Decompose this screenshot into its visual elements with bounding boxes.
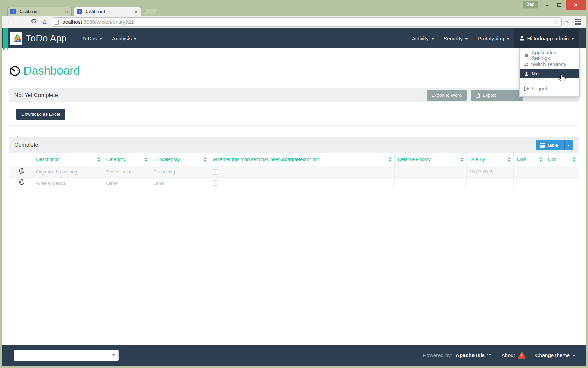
- column-due-by[interactable]: Due By: [467, 153, 514, 166]
- tab-close-icon[interactable]: ×: [64, 9, 69, 14]
- url-path: :8080/wicket/entity?21: [82, 19, 134, 25]
- cell-doc: [545, 166, 579, 177]
- panel-body: Download as Excel: [9, 102, 579, 125]
- menu-todos[interactable]: ToDos: [77, 28, 107, 48]
- file-icon: [476, 93, 480, 98]
- column-completed[interactable]: Whether this todo item has been complete…: [210, 153, 395, 166]
- cell-relative-priority: [395, 166, 467, 177]
- url-bar[interactable]: localhost:8080/wicket/entity?21 ☆: [52, 17, 562, 27]
- footer-select[interactable]: [14, 350, 119, 361]
- app-title: ToDo App: [26, 33, 67, 44]
- browser-tab-inactive[interactable]: f Dashboard ×: [7, 7, 72, 16]
- window-close-button[interactable]: ×: [566, 0, 586, 10]
- menu-prototyping[interactable]: Prototyping: [473, 28, 514, 48]
- complete-table: Description Category Subcategory Whether…: [9, 153, 579, 189]
- window-maximize-button[interactable]: [553, 0, 565, 10]
- cell-completed: ✓: [210, 166, 395, 177]
- home-icon[interactable]: ⌂: [41, 18, 49, 26]
- todo-item-icon[interactable]: [9, 177, 33, 189]
- table-row: Organize brown bag Professional Consulti…: [9, 166, 579, 177]
- app-navbar: ToDo App ToDos Analysis Activity Securit…: [2, 28, 586, 48]
- powered-by-label: Powered by:: [423, 352, 452, 358]
- about-link[interactable]: About: [501, 352, 525, 359]
- chevron-down-icon: [571, 38, 574, 40]
- panel-complete: Complete Table Descriptio: [9, 137, 579, 189]
- sort-icon: [539, 157, 542, 162]
- chevron-down-icon: [567, 145, 570, 146]
- column-doc[interactable]: Doc: [545, 153, 579, 166]
- footer-links: Powered by: Apache Isis ™ About Change t…: [423, 352, 575, 359]
- forward-icon[interactable]: →: [18, 18, 27, 26]
- cell-due-by: 10-03-2015: [467, 166, 514, 177]
- swap-arrows-icon: ⇄: [524, 61, 528, 68]
- new-tab-button[interactable]: [143, 9, 159, 14]
- maximize-icon: [557, 3, 561, 7]
- logout-icon: [524, 86, 529, 91]
- mouse-cursor-icon: [558, 74, 567, 83]
- browser-window: ← → ⌂ localhost:8080/wicket/entity?21 ☆ …: [2, 16, 586, 366]
- sort-icon: [145, 157, 147, 162]
- cell-relative-priority: [395, 177, 467, 189]
- column-relative-priority[interactable]: Relative Priority: [395, 153, 467, 166]
- user-menu[interactable]: Hi todoapp-admin: [514, 28, 579, 48]
- bookmark-star-icon[interactable]: ☆: [553, 18, 558, 26]
- menu-item-me[interactable]: Me: [520, 69, 579, 78]
- chevron-down-icon: [465, 38, 468, 40]
- cell-description: Organize brown bag: [33, 166, 103, 177]
- change-theme-link[interactable]: Change theme: [536, 352, 575, 358]
- footer-select-value: [14, 350, 109, 361]
- app-brand[interactable]: ToDo App: [10, 32, 67, 45]
- chevron-down-icon: [134, 38, 137, 40]
- browser-profile-badge[interactable]: Dan: [523, 1, 538, 9]
- export-to-word-button[interactable]: Export to Word: [427, 90, 467, 101]
- column-category[interactable]: Category: [103, 153, 150, 166]
- page-title: Dashboard: [23, 64, 80, 77]
- gear-icon: [524, 53, 529, 58]
- back-icon[interactable]: ←: [6, 18, 15, 26]
- window-minimize-button[interactable]: –: [541, 0, 553, 10]
- reload-icon[interactable]: [29, 18, 38, 26]
- panel-actions: Export to Word Export: [427, 90, 523, 101]
- table-header-row: Description Category Subcategory Whether…: [9, 153, 579, 166]
- user-icon: [519, 36, 524, 41]
- table-view-button[interactable]: Table: [536, 140, 573, 150]
- cell-doc: [545, 177, 579, 189]
- menu-security[interactable]: Security: [439, 28, 473, 48]
- menu-item-application-settings[interactable]: Application Settings: [520, 51, 579, 60]
- panel-heading: Complete Table: [9, 137, 579, 153]
- table-view-caret-button[interactable]: [564, 140, 573, 150]
- cell-subcategory: Consulting: [150, 166, 210, 177]
- browser-tab-active[interactable]: f Dashboard ×: [74, 7, 141, 16]
- chevron-down-icon: [431, 38, 434, 40]
- menu-analysis[interactable]: Analysis: [107, 28, 142, 48]
- browser-toolbar: ← → ⌂ localhost:8080/wicket/entity?21 ☆ …: [2, 16, 586, 28]
- powered-by-brand[interactable]: Apache Isis ™: [456, 352, 492, 358]
- column-description[interactable]: Description: [33, 153, 103, 166]
- page-heading: Dashboard: [9, 64, 579, 77]
- sort-icon: [204, 157, 207, 162]
- cell-category: Professional: [103, 166, 150, 177]
- export-button[interactable]: Export: [471, 90, 523, 101]
- column-subcategory[interactable]: Subcategory: [150, 153, 210, 166]
- select-caret-button[interactable]: [109, 350, 118, 361]
- page-content: Dashboard Not Yet Complete Export to Wor…: [2, 48, 586, 345]
- browser-menu-icon[interactable]: [573, 19, 582, 25]
- sort-icon: [461, 157, 463, 162]
- navbar-right: Activity Security Prototyping Hi todoapp…: [407, 28, 579, 48]
- app-logo-icon: [10, 32, 22, 45]
- todo-item-icon[interactable]: [9, 166, 33, 177]
- column-cost[interactable]: Cost: [514, 153, 545, 166]
- sort-icon: [389, 157, 392, 162]
- extensions-overflow-icon[interactable]: »: [565, 19, 570, 25]
- url-host: localhost: [61, 19, 82, 25]
- panel-title: Complete: [14, 142, 38, 148]
- table-grid-icon: [540, 143, 545, 148]
- menu-item-logout[interactable]: Logout: [520, 83, 579, 94]
- tab-close-icon[interactable]: ×: [134, 9, 138, 14]
- menu-item-switch-tenancy[interactable]: ⇄ Switch Tenancy: [520, 60, 579, 69]
- tab-title: Dashboard: [84, 9, 132, 14]
- menu-activity[interactable]: Activity: [407, 28, 439, 48]
- download-as-excel-button[interactable]: Download as Excel: [16, 109, 65, 120]
- theme-ribbon: [4, 28, 8, 51]
- dashboard-gauge-icon: [9, 66, 20, 76]
